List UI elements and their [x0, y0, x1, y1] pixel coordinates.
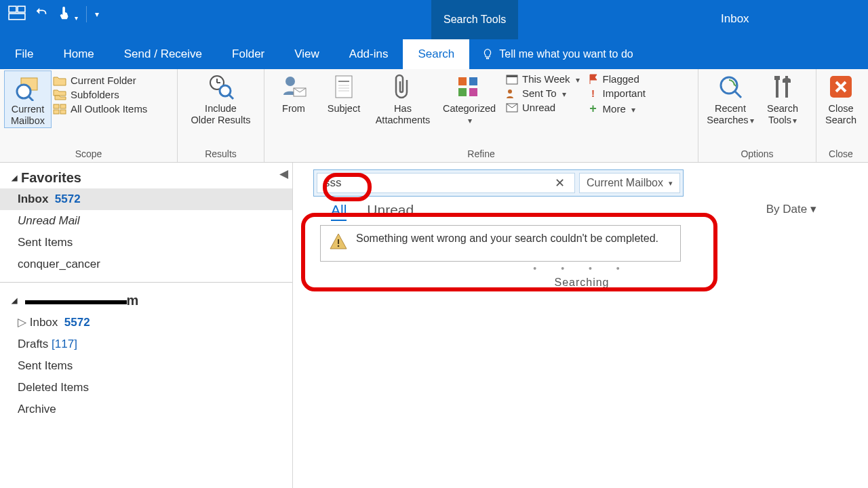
message-list-pane: ✕ Current Mailbox▾ All Unread By Date ▾ … — [293, 163, 868, 488]
include-older-results-button[interactable]: Include Older Results — [184, 70, 258, 127]
group-close: Close Search Close — [816, 69, 865, 162]
current-mailbox-label: Current Mailbox — [11, 104, 45, 127]
search-error-message: Something went wrong and your search cou… — [320, 225, 681, 262]
all-outlook-items-button[interactable]: All Outlook Items — [53, 103, 147, 115]
nav-inbox-favorite[interactable]: Inbox 5572 — [0, 188, 292, 210]
group-results: Include Older Results Results — [178, 69, 264, 162]
categories-icon — [456, 73, 483, 100]
group-close-label: Close — [821, 147, 861, 162]
tab-search[interactable]: Search — [403, 39, 469, 69]
svg-rect-1 — [18, 6, 25, 12]
ribbon: Current Mailbox Current Folder Subfolder… — [0, 69, 868, 163]
categorized-button[interactable]: Categorized — [437, 70, 502, 127]
tab-file[interactable]: File — [0, 39, 48, 69]
close-search-button[interactable]: Close Search — [821, 70, 861, 127]
workspace: ◀ Favorites Inbox 5572 Unread Mail Sent … — [0, 163, 868, 488]
error-text: Something went wrong and your search cou… — [356, 232, 658, 254]
has-attachments-button[interactable]: Has Attachments — [369, 70, 437, 127]
tab-addins[interactable]: Add-ins — [334, 39, 403, 69]
document-icon — [330, 73, 357, 100]
qat-customize-icon[interactable]: ▾ — [95, 9, 99, 19]
touch-mode-icon[interactable]: ▾ — [57, 5, 78, 23]
group-scope-label: Scope — [4, 147, 173, 162]
group-results-label: Results — [182, 147, 260, 162]
svg-rect-17 — [336, 76, 352, 98]
search-input[interactable] — [324, 176, 552, 190]
current-mailbox-button[interactable]: Current Mailbox — [4, 70, 52, 128]
favorites-header[interactable]: Favorites — [0, 167, 292, 188]
account-header[interactable]: m — [0, 289, 292, 311]
svg-rect-24 — [458, 88, 467, 96]
nav-separator — [0, 282, 292, 283]
tools-icon — [769, 73, 796, 100]
tell-me-box[interactable]: Tell me what you want to do — [469, 39, 645, 69]
nav-sent-items[interactable]: Sent Items — [0, 232, 292, 253]
close-icon — [827, 73, 854, 100]
nav-archive[interactable]: Archive — [0, 399, 292, 420]
filter-all[interactable]: All — [331, 202, 347, 221]
nav-drafts[interactable]: Drafts [117] — [0, 333, 292, 355]
qat-separator — [86, 6, 87, 22]
warning-icon — [329, 232, 348, 254]
svg-rect-7 — [60, 104, 66, 108]
clear-search-icon[interactable]: ✕ — [552, 176, 568, 190]
person-mail-icon — [280, 73, 307, 100]
this-week-button[interactable]: This Week — [506, 73, 580, 85]
sort-by-date[interactable]: By Date ▾ — [766, 202, 857, 221]
mailbox-icon — [14, 74, 41, 101]
group-options: Recent Searches Search Tools Options — [698, 69, 816, 162]
search-box[interactable]: ✕ — [317, 173, 575, 193]
nav-inbox[interactable]: ▷ Inbox 5572 — [0, 311, 292, 333]
window-title: Inbox — [721, 12, 749, 26]
svg-rect-23 — [469, 77, 477, 85]
sent-to-button[interactable]: Sent To — [506, 87, 580, 99]
svg-point-13 — [220, 85, 231, 96]
svg-point-28 — [508, 89, 512, 94]
quick-access-toolbar: ▾ ▾ — [0, 0, 107, 28]
ribbon-tabs: File Home Send / Receive Folder View Add… — [0, 39, 868, 69]
collapse-folder-pane-icon[interactable]: ◀ — [279, 167, 288, 181]
recent-searches-button[interactable]: Recent Searches — [703, 70, 758, 127]
person-small-icon — [506, 88, 518, 99]
filter-unread[interactable]: Unread — [367, 202, 414, 221]
flagged-button[interactable]: Flagged — [588, 73, 646, 85]
subfolders-button[interactable]: Subfolders — [53, 89, 147, 100]
tab-home[interactable]: Home — [48, 39, 108, 69]
nav-sent-items-2[interactable]: Sent Items — [0, 355, 292, 377]
tab-view[interactable]: View — [279, 39, 334, 69]
svg-rect-2 — [9, 14, 25, 20]
search-scope-dropdown[interactable]: Current Mailbox▾ — [579, 173, 680, 193]
scope-options: Current Folder Subfolders All Outlook It… — [52, 70, 150, 115]
svg-rect-27 — [507, 75, 517, 77]
group-refine: From Subject Has Attachments Categorized — [264, 69, 698, 162]
unread-button[interactable]: Unread — [506, 102, 580, 113]
nav-unread-mail[interactable]: Unread Mail — [0, 210, 292, 232]
filter-row: All Unread By Date ▾ — [331, 202, 857, 221]
tab-folder[interactable]: Folder — [217, 39, 279, 69]
svg-point-37 — [338, 245, 340, 247]
svg-rect-9 — [60, 110, 66, 114]
nav-conquer-cancer[interactable]: conquer_cancer — [0, 253, 292, 275]
account-name-redacted — [25, 298, 127, 307]
svg-rect-33 — [774, 76, 780, 80]
search-tools-context-tab: Search Tools — [431, 0, 518, 39]
refine-column-1: This Week Sent To Unread — [502, 70, 584, 113]
important-button[interactable]: ! Important — [588, 87, 646, 99]
more-button[interactable]: + More — [588, 102, 646, 116]
include-older-label: Include Older Results — [191, 103, 251, 127]
recent-search-icon — [717, 73, 744, 100]
undo-icon[interactable] — [34, 5, 49, 23]
svg-rect-6 — [54, 104, 59, 108]
svg-rect-8 — [54, 110, 59, 114]
group-scope: Current Mailbox Current Folder Subfolder… — [0, 69, 178, 162]
important-icon: ! — [588, 87, 599, 99]
paperclip-icon — [389, 73, 416, 100]
search-tools-button[interactable]: Search Tools — [758, 70, 807, 127]
subject-button[interactable]: Subject — [319, 70, 369, 115]
nav-deleted-items[interactable]: Deleted Items — [0, 377, 292, 399]
current-folder-button[interactable]: Current Folder — [53, 75, 147, 86]
tab-send-receive[interactable]: Send / Receive — [109, 39, 217, 69]
envelope-icon — [506, 103, 518, 113]
search-bar-container: ✕ Current Mailbox▾ — [313, 169, 684, 197]
from-button[interactable]: From — [269, 70, 319, 115]
